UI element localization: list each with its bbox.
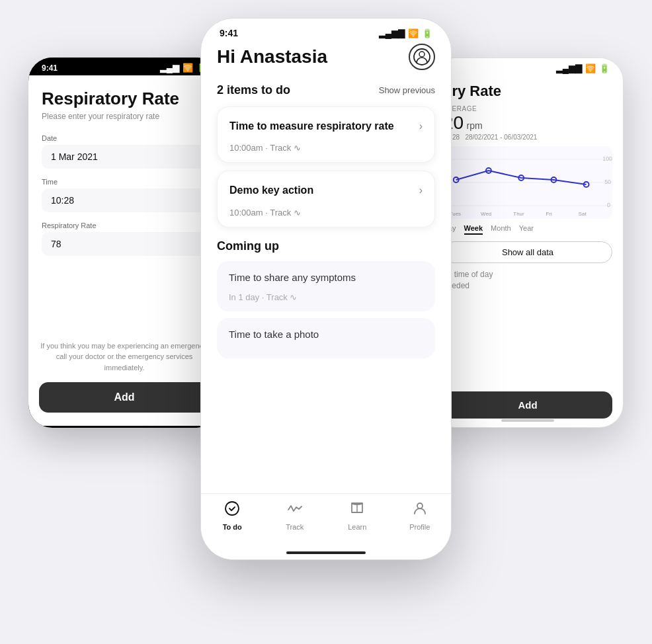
svg-text:Thur: Thur: [513, 211, 524, 217]
greeting-text: Hi Anastasia: [217, 46, 327, 67]
nav-learn-label: Learn: [348, 523, 366, 531]
date-label: Date: [42, 134, 207, 142]
action-card-1-chevron: ›: [419, 184, 423, 196]
action-card-1-meta: 10:00am · Track ∿: [229, 208, 423, 218]
center-phone: 9:41 ▂▄▆▇ 🛜 🔋 Hi Anastasia 2 ite: [200, 18, 452, 560]
action-card-0-chevron: ›: [419, 120, 423, 132]
avatar-button[interactable]: [409, 44, 435, 70]
time-label: Time: [42, 178, 207, 186]
svg-text:Wed: Wed: [481, 211, 491, 217]
nav-profile-label: Profile: [409, 523, 430, 531]
tab-month[interactable]: Month: [491, 224, 511, 235]
nav-profile[interactable]: Profile: [389, 501, 452, 531]
track-icon: [287, 501, 303, 520]
resp-rate-field-group: Respiratory Rate 78: [42, 221, 207, 256]
coming-card-0-title: Time to share any symptoms: [229, 272, 423, 283]
time-field-group: Time 10:28: [42, 178, 207, 212]
coming-card-0[interactable]: Time to share any symptoms In 1 day · Tr…: [217, 261, 435, 311]
right-signal-icon: ▂▄▆▇: [556, 63, 582, 73]
chart-svg: 100 50 0 Tues Wed Thur Fri Sat: [443, 146, 612, 219]
avg-row: 20 rpm: [443, 112, 612, 134]
items-count: 2 items to do: [217, 83, 290, 97]
coming-card-0-meta: In 1 day · Track ∿: [229, 292, 423, 302]
action-card-0-title: Time to measure respiratory rate: [229, 119, 413, 134]
center-status-time: 9:41: [220, 28, 238, 38]
action-card-0-meta: 10:00am · Track ∿: [229, 143, 423, 153]
date-value[interactable]: 1 Mar 2021: [42, 145, 207, 169]
center-home-indicator: [286, 551, 366, 554]
action-card-1[interactable]: Demo key action › 10:00am · Track ∿: [217, 171, 435, 227]
right-title: ory Rate: [443, 83, 612, 100]
center-battery-icon: 🔋: [422, 28, 432, 38]
action-card-0[interactable]: Time to measure respiratory rate › 10:00…: [217, 106, 435, 163]
action-card-1-title: Demo key action: [229, 183, 413, 198]
resp-rate-label: Respiratory Rate: [42, 221, 207, 229]
greeting-row: Hi Anastasia: [217, 44, 435, 70]
svg-point-18: [225, 502, 239, 515]
tab-year[interactable]: Year: [519, 224, 534, 235]
right-home-indicator: [501, 419, 554, 422]
date-range-text: 28/02/2021 - 06/03/2021: [465, 134, 537, 141]
left-status-bar: 9:41 ▂▄▆ 🛜 🔋: [28, 58, 220, 75]
right-status-bar: ▂▄▆▇ 🛜 🔋: [432, 58, 623, 76]
resp-rate-value[interactable]: 78: [42, 232, 207, 256]
right-screen: ory Rate AVERAGE 20 rpm 10:28 28/02/2021…: [432, 76, 623, 425]
action-card-1-header: Demo key action ›: [229, 183, 423, 198]
tab-week[interactable]: Week: [464, 224, 483, 235]
wifi-icon: 🛜: [183, 63, 193, 73]
center-signal-icon: ▂▄▆▇: [379, 28, 405, 38]
date-field-group: Date 1 Mar 2021: [42, 134, 207, 169]
show-all-button[interactable]: Show all data: [443, 241, 612, 263]
center-status-bar: 9:41 ▂▄▆▇ 🛜 🔋: [201, 19, 451, 44]
right-wifi-icon: 🛜: [585, 63, 596, 73]
needed-text: needed: [443, 281, 612, 290]
items-header: 2 items to do Show previous: [217, 83, 435, 97]
learn-icon: [349, 501, 365, 520]
time-tabs[interactable]: Day Week Month Year: [443, 224, 612, 235]
center-content: Hi Anastasia 2 items to do Show previous…: [201, 44, 451, 499]
svg-text:100: 100: [602, 155, 612, 162]
signal-icon: ▂▄▆: [160, 63, 179, 73]
left-title: Respiratory Rate: [42, 89, 207, 109]
nav-todo[interactable]: To do: [201, 501, 264, 531]
action-card-0-header: Time to measure respiratory rate ›: [229, 119, 423, 134]
center-status-icons: ▂▄▆▇ 🛜 🔋: [379, 28, 432, 38]
svg-point-19: [417, 503, 423, 508]
bottom-nav: To do Track Learn: [201, 493, 451, 559]
date-range: 10:28 28/02/2021 - 06/03/2021: [443, 134, 612, 141]
avg-label: AVERAGE: [443, 105, 612, 112]
svg-text:50: 50: [604, 179, 611, 185]
profile-icon: [412, 501, 428, 520]
left-status-time: 9:41: [42, 63, 58, 73]
coming-up-label: Coming up: [217, 239, 435, 253]
todo-icon: [224, 501, 240, 520]
right-phone: ▂▄▆▇ 🛜 🔋 ory Rate AVERAGE 20 rpm 10:28 2…: [432, 58, 624, 428]
avg-unit: rpm: [467, 120, 483, 131]
coming-card-1[interactable]: Time to take a photo: [217, 318, 435, 358]
time-value[interactable]: 10:28: [42, 188, 207, 212]
coming-card-1-title: Time to take a photo: [229, 329, 423, 340]
svg-text:0: 0: [607, 202, 610, 208]
left-add-button[interactable]: Add: [39, 382, 210, 413]
chart-area: 100 50 0 Tues Wed Thur Fri Sat: [443, 146, 612, 219]
time-of-day-text: ne time of day: [443, 270, 612, 279]
svg-point-17: [419, 52, 425, 57]
right-battery-icon: 🔋: [599, 63, 610, 73]
right-status-icons: ▂▄▆▇ 🛜 🔋: [556, 63, 610, 73]
nav-track-label: Track: [286, 523, 304, 531]
nav-learn[interactable]: Learn: [326, 501, 389, 531]
left-phone: 9:41 ▂▄▆ 🛜 🔋 Respiratory Rate Please ent…: [28, 58, 220, 428]
avatar-svg: [413, 48, 431, 66]
nav-todo-label: To do: [223, 523, 242, 531]
show-previous-link[interactable]: Show previous: [379, 85, 435, 95]
center-wifi-icon: 🛜: [408, 28, 419, 38]
emergency-text: If you think you may be experiencing an …: [39, 341, 210, 374]
left-screen: Respiratory Rate Please enter your respi…: [28, 75, 220, 426]
right-add-button[interactable]: Add: [443, 391, 612, 419]
nav-track[interactable]: Track: [264, 501, 327, 531]
svg-text:Sat: Sat: [579, 211, 587, 217]
svg-text:Fri: Fri: [546, 211, 552, 217]
left-subtitle: Please enter your respiratory rate: [42, 112, 207, 121]
